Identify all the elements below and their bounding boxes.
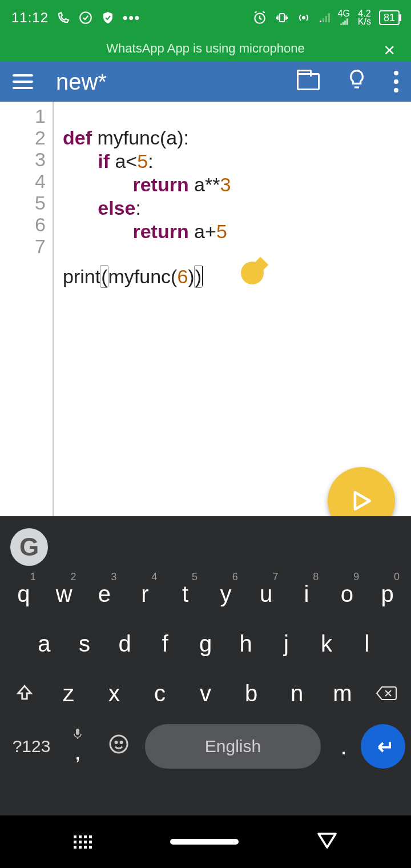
number-literal: 5	[137, 150, 148, 172]
key-p[interactable]: 0p	[367, 569, 408, 618]
more-dots-icon: •••	[123, 10, 140, 26]
enter-key[interactable]	[361, 724, 405, 769]
key-x[interactable]: x	[91, 668, 137, 718]
key-q[interactable]: 1q	[3, 569, 44, 618]
key-v[interactable]: v	[183, 668, 228, 718]
keyboard-toolbar: G	[0, 525, 411, 569]
line-number: 6	[0, 214, 46, 235]
hotspot-icon	[297, 11, 311, 25]
status-right: 4G 4.2 K/s 81	[252, 10, 400, 26]
line-number: 4	[0, 170, 46, 192]
bracket-match: (	[100, 266, 108, 287]
key-l[interactable]: l	[346, 618, 387, 668]
period-key[interactable]: .	[327, 734, 361, 760]
key-i[interactable]: 8i	[287, 569, 327, 618]
signal-2-icon: 4G	[338, 10, 350, 26]
key-j[interactable]: j	[266, 618, 307, 668]
key-o[interactable]: 9o	[327, 569, 367, 618]
status-left: 11:12 •••	[11, 10, 140, 26]
shield-icon	[101, 11, 115, 25]
number-literal: 6	[177, 266, 188, 287]
signal-1-icon	[319, 12, 330, 23]
keyword-if: if	[98, 150, 110, 172]
svg-point-3	[303, 17, 305, 19]
symbols-key[interactable]: ?123	[6, 737, 57, 756]
code-text: myfunc(	[108, 266, 177, 287]
code-text: myfunc(a):	[92, 127, 189, 148]
key-a[interactable]: a	[24, 618, 65, 668]
net-speed-unit: K/s	[358, 18, 371, 26]
line-gutter: 1 2 3 4 5 6 7	[0, 102, 54, 516]
key-r[interactable]: 4r	[124, 569, 165, 618]
svg-rect-4	[76, 729, 79, 735]
keyword-return: return	[132, 220, 188, 242]
code-text: )	[188, 266, 194, 287]
svg-point-0	[80, 12, 91, 23]
clock: 11:12	[11, 10, 49, 26]
key-row-func: ?123 , English .	[0, 718, 411, 775]
key-t[interactable]: 5t	[165, 569, 206, 618]
status-bar: 11:12 ••• 4G 4.2 K/s 8	[0, 0, 411, 35]
key-g[interactable]: g	[186, 618, 226, 668]
code-text: a+	[189, 220, 216, 242]
line-number: 7	[0, 235, 46, 257]
menu-icon[interactable]	[13, 74, 33, 89]
key-h[interactable]: h	[225, 618, 266, 668]
code-text: a**	[189, 174, 220, 195]
chat-icon	[78, 10, 93, 25]
key-m[interactable]: m	[320, 668, 365, 718]
keyword-else: else	[98, 197, 135, 219]
net-gen: 4G	[338, 10, 350, 18]
phone-icon	[57, 11, 70, 25]
key-n[interactable]: n	[274, 668, 320, 718]
keyword-def: def	[63, 127, 92, 148]
recent-apps-icon[interactable]	[74, 835, 92, 849]
notification-text: WhatsApp App is using microphone	[106, 41, 304, 56]
close-icon[interactable]: ×	[384, 39, 395, 61]
key-e[interactable]: 3e	[84, 569, 125, 618]
folder-icon[interactable]	[297, 73, 320, 90]
grammarly-letter: G	[19, 533, 39, 561]
key-row-3: zxcvbnm	[0, 668, 411, 718]
microphone-notification[interactable]: WhatsApp App is using microphone ×	[0, 35, 411, 62]
grammarly-icon[interactable]: G	[10, 528, 48, 566]
soft-keyboard: G 1q2w3e4r5t6y7u8i9o0p asdfghjkl zxcvbnm…	[0, 516, 411, 815]
overflow-menu-icon[interactable]	[394, 71, 398, 93]
key-u[interactable]: 7u	[246, 569, 287, 618]
code-text: :	[135, 197, 140, 219]
key-b[interactable]: b	[228, 668, 274, 718]
line-number: 1	[0, 105, 46, 127]
home-gesture-pill[interactable]	[170, 839, 239, 845]
app-bar: new*	[0, 62, 411, 102]
backspace-key[interactable]	[365, 685, 408, 702]
space-key[interactable]: English	[145, 724, 321, 769]
shift-key[interactable]	[3, 684, 46, 703]
vibrate-icon	[275, 11, 289, 25]
bulb-icon[interactable]	[347, 69, 366, 94]
key-d[interactable]: d	[104, 618, 145, 668]
key-k[interactable]: k	[307, 618, 347, 668]
comma-key[interactable]: ,	[57, 728, 98, 765]
back-icon[interactable]	[317, 830, 337, 853]
key-row-2: asdfghjkl	[0, 618, 411, 668]
cursor-handle[interactable]	[236, 257, 269, 290]
code-editor[interactable]: 1 2 3 4 5 6 7 def myfunc(a): if a<5: ret…	[0, 102, 411, 516]
space-label: English	[205, 737, 261, 756]
number-literal: 5	[216, 220, 227, 242]
key-c[interactable]: c	[137, 668, 183, 718]
key-s[interactable]: s	[65, 618, 105, 668]
emoji-key[interactable]	[98, 734, 139, 760]
code-area[interactable]: def myfunc(a): if a<5: return a**3 else:…	[54, 102, 231, 516]
line-number: 3	[0, 148, 46, 170]
key-w[interactable]: 2w	[44, 569, 84, 618]
svg-point-5	[110, 736, 127, 753]
text-cursor	[202, 266, 203, 286]
key-y[interactable]: 6y	[206, 569, 246, 618]
line-number: 2	[0, 127, 46, 148]
key-z[interactable]: z	[46, 668, 91, 718]
bracket-match: )	[195, 266, 202, 287]
key-f[interactable]: f	[145, 618, 186, 668]
number-literal: 3	[220, 174, 231, 195]
keyword-return: return	[132, 174, 188, 195]
svg-rect-2	[280, 14, 284, 22]
